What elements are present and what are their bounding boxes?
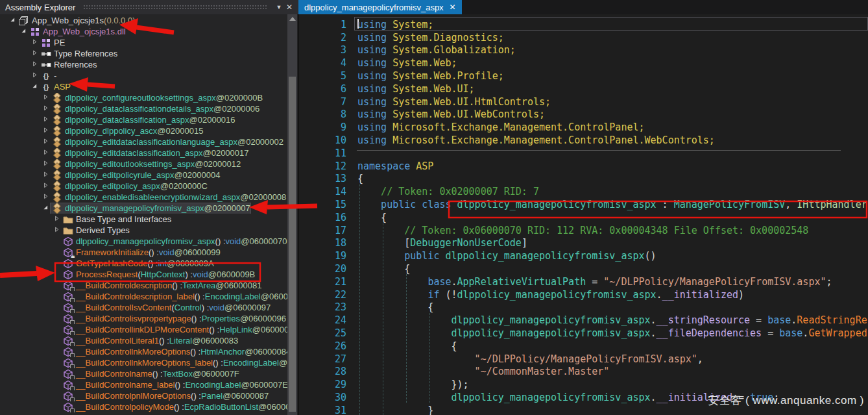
scrollbar-up-icon[interactable] bbox=[289, 17, 296, 21]
tree-item-body[interactable]: dlppolicy_dataclassification_aspx @02000… bbox=[51, 115, 235, 125]
tree-item-body[interactable]: dlppolicy_enabledisableencryptionwizard_… bbox=[51, 192, 286, 203]
tree-item[interactable]: __BuildControllnkMoreOptions() : HtmlAnc… bbox=[0, 346, 288, 357]
tree-item[interactable]: __BuildControlname_label() : EncodingLab… bbox=[0, 379, 288, 390]
tree-item-body[interactable]: __BuildControlLiteral1() : Literal @0600… bbox=[62, 336, 238, 346]
tree-item-body[interactable]: References bbox=[40, 60, 97, 70]
expander-closed-icon[interactable] bbox=[42, 149, 51, 157]
expander-closed-icon[interactable] bbox=[42, 160, 51, 168]
expander-closed-icon[interactable] bbox=[53, 215, 62, 223]
tree-item[interactable]: dlppolicy_editdataclassification_aspx @0… bbox=[0, 147, 288, 158]
tree-item[interactable]: App_Web_ojcsje1s (0.0.0.0) bbox=[0, 15, 288, 26]
tree-item-body[interactable]: __BuildControlpolicyMode() : EcpRadioBut… bbox=[62, 402, 288, 412]
scrollbar-thumb[interactable] bbox=[289, 77, 296, 412]
tree-item[interactable]: __BuildControldescription_label() : Enco… bbox=[0, 291, 288, 302]
expander-closed-icon[interactable] bbox=[31, 38, 40, 47]
tree-item-body[interactable]: dlppolicy_dataclassificationdetails_aspx… bbox=[51, 104, 259, 114]
tree-item-body[interactable]: App_Web_ojcsje1s (0.0.0.0) bbox=[18, 16, 135, 26]
tree-item-body[interactable]: __BuildControllnkMoreOptions() : HtmlAnc… bbox=[62, 347, 288, 357]
tree-item[interactable]: {}ASP bbox=[0, 81, 288, 92]
tree-item[interactable]: __BuildControlIsvContent(Control) : void… bbox=[0, 302, 288, 313]
tree-item[interactable]: Base Type and Interfaces bbox=[0, 214, 288, 225]
tree-item-selected[interactable]: dlppolicy_managepolicyfromisv_aspx @0200… bbox=[51, 203, 250, 214]
tree-item[interactable]: dlppolicy_dlppolicy_ascx @02000015 bbox=[0, 125, 288, 136]
tab-dlppolicy-managepolicyfromisv[interactable]: dlppolicy_managepolicyfromisv_aspx ✕ bbox=[298, 0, 462, 14]
tree-item[interactable]: dlppolicy_managepolicyfromisv_aspx() : v… bbox=[0, 236, 288, 247]
tree-item-body[interactable]: Derived Types bbox=[62, 225, 130, 236]
expander-closed-icon[interactable] bbox=[42, 193, 51, 201]
expander-closed-icon[interactable] bbox=[31, 60, 40, 69]
expander-open-icon[interactable] bbox=[9, 16, 18, 25]
expander-closed-icon[interactable] bbox=[42, 94, 51, 102]
tree-item[interactable]: App_Web_ojcsje1s.dll bbox=[0, 26, 288, 37]
tree-item-body[interactable]: Type References bbox=[40, 49, 117, 59]
tree-item-body[interactable]: ✱FrameworkInitialize() : void @06000099 bbox=[62, 247, 221, 258]
expander-closed-icon[interactable] bbox=[42, 127, 51, 135]
expander-closed-icon[interactable] bbox=[31, 71, 40, 80]
panel-drag-grip[interactable] bbox=[83, 5, 267, 10]
expander-open-icon[interactable] bbox=[42, 204, 51, 212]
tree-item[interactable]: {}- bbox=[0, 70, 288, 81]
panel-menu-icon[interactable]: ▼ bbox=[274, 4, 284, 10]
tree-item[interactable]: __BuildControllinkDLPMoreContent() : Hel… bbox=[0, 324, 288, 335]
tree-item-body[interactable]: __BuildControldescription_label() : Enco… bbox=[62, 292, 288, 302]
tree-item[interactable]: dlppolicy_editdataclassificationlanguage… bbox=[0, 136, 288, 147]
tree-item[interactable]: __BuildControllnkMoreOptions_label() : E… bbox=[0, 357, 288, 368]
tree-item[interactable]: dlppolicy_enabledisableencryptionwizard_… bbox=[0, 192, 288, 203]
tree-item[interactable]: dlppolicy_dataclassification_aspx @02000… bbox=[0, 114, 288, 125]
expander-closed-icon[interactable] bbox=[31, 49, 40, 58]
tree-item-body[interactable]: Base Type and Interfaces bbox=[62, 214, 171, 225]
tree-item-body[interactable]: dlppolicy_configureoutlooksettings_aspx … bbox=[51, 93, 263, 103]
tree-item[interactable]: dlppolicy_editoutlooksettings_aspx @0200… bbox=[0, 158, 288, 170]
tree-item[interactable]: __BuildControlLiteral1() : Literal @0600… bbox=[0, 335, 288, 346]
tree-item[interactable]: __BuildControlname() : TextBox @0600007F bbox=[0, 368, 288, 379]
expander-closed-icon[interactable] bbox=[42, 171, 51, 179]
tree-item-body[interactable]: App_Web_ojcsje1s.dll bbox=[29, 27, 126, 37]
tree-item-body[interactable]: __BuildControlIsvContent(Control) : void… bbox=[62, 303, 271, 313]
tree-item[interactable]: dlppolicy_editpolicy_aspx @0200000C bbox=[0, 181, 288, 192]
tree-item[interactable]: dlppolicy_managepolicyfromisv_aspx @0200… bbox=[0, 203, 288, 214]
tree-item-body[interactable]: dlppolicy_managepolicyfromisv_aspx() : v… bbox=[62, 236, 287, 247]
tree-item[interactable]: __BuildControlpolicyMode() : EcpRadioBut… bbox=[0, 401, 288, 412]
tree-item-body[interactable]: PE bbox=[40, 38, 65, 48]
tree-item-body[interactable]: dlppolicy_editoutlooksettings_aspx @0200… bbox=[51, 159, 241, 170]
expander-closed-icon[interactable] bbox=[42, 116, 51, 124]
expander-open-icon[interactable] bbox=[20, 27, 29, 36]
tree-item-body[interactable]: __BuildControllnkMoreOptions_label() : E… bbox=[62, 358, 288, 368]
expander-open-icon[interactable] bbox=[31, 82, 40, 91]
panel-close-icon[interactable]: ✕ bbox=[284, 3, 295, 12]
tree-item[interactable]: __BuildControlpnlMoreOptions() : Panel @… bbox=[0, 390, 288, 401]
tree-item-body[interactable]: dlppolicy_editdataclassificationlanguage… bbox=[51, 137, 283, 147]
tree-item-body[interactable]: __BuildControlpnlMoreOptions() : Panel @… bbox=[62, 391, 269, 401]
tree-item[interactable]: ✱FrameworkInitialize() : void @06000099 bbox=[0, 247, 288, 258]
tree-item[interactable]: ProcessRequest(HttpContext) : void @0600… bbox=[0, 269, 288, 280]
tree-scrollbar[interactable] bbox=[287, 14, 297, 415]
tree-item[interactable]: GetTypeHashCode() : int @0600009A bbox=[0, 258, 288, 269]
tree-item-body[interactable]: dlppolicy_dlppolicy_ascx @02000015 bbox=[51, 126, 203, 136]
tree-item-body[interactable]: GetTypeHashCode() : int @0600009A bbox=[62, 258, 214, 269]
tree-item[interactable]: Type References bbox=[0, 48, 288, 59]
tree-item[interactable]: References bbox=[0, 59, 288, 70]
expander-closed-icon[interactable] bbox=[42, 138, 51, 146]
tree-item[interactable]: PE bbox=[0, 37, 288, 48]
tree-item-body[interactable]: ProcessRequest(HttpContext) : void @0600… bbox=[62, 270, 255, 280]
code-view[interactable]: 1using System;2using System.Diagnostics;… bbox=[298, 14, 868, 415]
tree-item-body[interactable]: dlppolicy_editdataclassification_aspx @0… bbox=[51, 148, 249, 158]
expander-closed-icon[interactable] bbox=[53, 226, 62, 234]
tree-item[interactable]: __BuildControldescription() : TextArea @… bbox=[0, 280, 288, 291]
tree-item[interactable]: dlppolicy_editpolicyrule_aspx @02000004 bbox=[0, 170, 288, 181]
tree-item[interactable]: dlppolicy_dataclassificationdetails_aspx… bbox=[0, 103, 288, 114]
tree-item-body[interactable]: dlppolicy_editpolicy_aspx @0200000C bbox=[51, 181, 208, 192]
tree-item-body[interactable]: __BuildControlname() : TextBox @0600007F bbox=[62, 369, 239, 379]
tree-item[interactable]: Derived Types bbox=[0, 225, 288, 236]
tab-close-icon[interactable]: ✕ bbox=[450, 3, 456, 12]
tree-item-body[interactable]: {}- bbox=[40, 71, 56, 81]
expander-closed-icon[interactable] bbox=[42, 105, 51, 113]
expander-closed-icon[interactable] bbox=[42, 182, 51, 190]
tree-item-body[interactable]: __BuildControlisvpropertypage() : Proper… bbox=[62, 314, 286, 324]
tree-item-body[interactable]: __BuildControllinkDLPMoreContent() : Hel… bbox=[62, 325, 288, 335]
tree-item-body[interactable]: __BuildControldescription() : TextArea @… bbox=[62, 281, 261, 291]
tree-item-body[interactable]: {}ASP bbox=[40, 82, 71, 92]
tree-item-body[interactable]: __BuildControlname_label() : EncodingLab… bbox=[62, 380, 288, 390]
tree-item-body[interactable]: dlppolicy_editpolicyrule_aspx @02000004 bbox=[51, 170, 220, 181]
tree-item[interactable]: dlppolicy_configureoutlooksettings_aspx … bbox=[0, 92, 288, 103]
